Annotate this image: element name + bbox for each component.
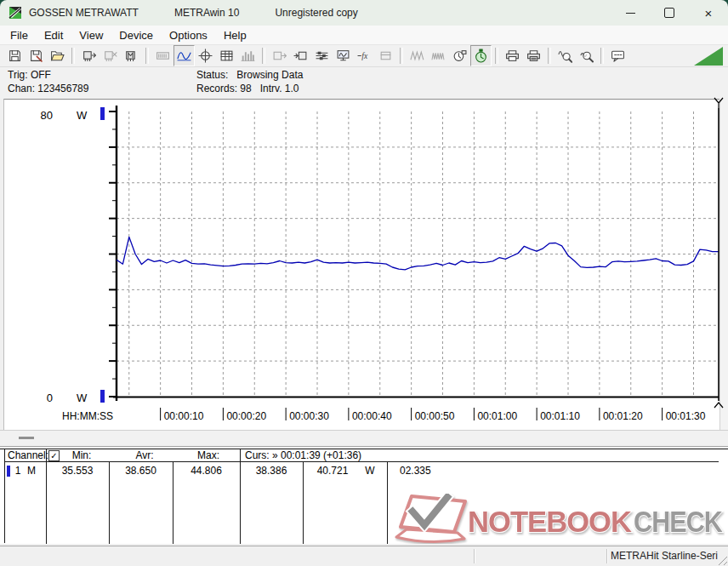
trend-chart-panel [3,99,719,430]
cell-min: 35.553 [46,465,109,477]
mag-wave-icon [558,49,572,63]
crosshair-view-button[interactable] [195,45,216,66]
bars-icon [241,49,255,63]
table-view-button[interactable] [216,45,237,66]
maximize-icon [664,8,674,18]
title-bar[interactable]: GOSSEN METRAWATT METRAwin 10 Unregistere… [0,0,728,26]
toolbar-green-triangle-icon [694,47,723,66]
app-logo-icon [9,6,22,20]
minimize-icon [626,13,635,14]
bubble-icon [611,49,625,63]
disk-icon [8,49,22,63]
cell-cursor-start-value: 38.386 [240,465,303,477]
sliders-icon [315,49,329,63]
export-button [269,45,290,66]
title-brand: GOSSEN METRAWATT [29,7,139,19]
device-read-button[interactable] [78,45,100,66]
col-header-channel: Channel: [8,449,45,461]
wave3-icon [431,49,446,63]
toolbar [0,45,728,67]
toolbar-separator [262,48,265,64]
fx-icon [357,49,372,63]
print-preview-button[interactable] [502,45,523,66]
lcd-view-button [152,45,173,66]
maximize-button[interactable] [650,0,689,26]
trend-view-button[interactable] [173,45,195,66]
folder-icon [50,49,65,63]
comment-button[interactable] [607,45,628,66]
stopwatch-icon [474,49,488,63]
zoom-time-button[interactable] [555,45,576,66]
toolbar-separator [548,48,551,64]
printer2-icon [526,49,541,63]
box-icon [378,49,393,63]
grid-icon [219,49,234,63]
col-header-min: Min: [56,449,107,461]
menu-item-file[interactable]: File [3,27,36,43]
toolbar-separator [400,48,403,64]
col-header-avr: Avr: [119,449,170,461]
chip-out-icon [82,49,96,63]
device-disconnect-button [100,45,121,66]
box-out-icon [272,49,287,63]
wave-icon [177,49,191,63]
clock-icon [452,49,467,63]
chip-m-icon [124,49,139,63]
monitor-icon [336,49,350,63]
minimize-button[interactable] [611,0,650,26]
online-monitor-button[interactable] [333,45,354,66]
mag-icon [579,49,594,63]
channel-color-marker [7,466,10,477]
menu-item-device[interactable]: Device [111,27,161,43]
menu-item-edit[interactable]: Edit [37,27,71,43]
wave2-icon [410,49,424,63]
watermark-text-secondary: CHECK [634,505,723,538]
crosshair-icon [198,49,213,63]
trigger-status: Trig: OFF [8,69,51,81]
chip-x-icon [103,49,117,63]
toolbar-separator [495,48,498,64]
cell-channel-mode: M [26,465,37,477]
save-button[interactable] [4,45,26,66]
menu-item-options[interactable]: Options [162,27,215,43]
toolbar-separator [71,48,75,64]
disk2-icon [29,49,43,63]
browse-status: Status: Browsing Data [196,69,303,81]
interval-button[interactable] [470,45,492,66]
channel-setup-button[interactable] [311,45,333,66]
app-window: GOSSEN METRAWATT METRAwin 10 Unregistere… [0,0,728,566]
printer-icon [505,49,520,63]
chart-vertical-scrollbar[interactable] [719,100,728,430]
open-button[interactable] [47,45,68,66]
save-as-button[interactable] [26,45,47,66]
splitter-handle[interactable] [19,437,34,439]
box-in-icon [293,49,308,63]
close-button[interactable]: × [689,0,728,26]
col-header-cursor: Curs: » 00:01:39 (+01:36) [245,449,415,461]
status-panel: Trig: OFF Chan: 123456789 Status: Browsi… [0,67,728,99]
menu-item-help[interactable]: Help [216,27,254,43]
col-header-max: Max: [183,449,234,461]
cell-cursor-unit: W [361,465,378,477]
title-license: Unregistered copy [275,7,357,19]
import-button[interactable] [290,45,311,66]
cell-channel-number: 1 [13,465,23,477]
cell-cursor-delta: 02.335 [400,465,451,477]
cell-cursor-end-value: 40.721 [303,465,362,477]
connected-device-label: METRAHit Starline-Seri [611,550,718,562]
bargraph-view-button [237,45,259,66]
close-icon: × [705,6,713,20]
chart-splitter[interactable] [0,430,728,447]
device-memory-button[interactable] [121,45,142,66]
zoom-value-button[interactable] [576,45,597,66]
channel-list: Chan: 123456789 [8,83,88,94]
sample-rate-button [407,45,428,66]
device-config-button [375,45,396,66]
cell-avr: 38.650 [109,465,173,477]
menu-item-view[interactable]: View [71,27,111,43]
print-button[interactable] [523,45,544,66]
formula-button[interactable] [354,45,375,66]
time-sync-button[interactable] [449,45,470,66]
title-app-name: METRAwin 10 [174,7,239,19]
menu-bar: FileEditViewDeviceOptionsHelp [0,26,728,45]
